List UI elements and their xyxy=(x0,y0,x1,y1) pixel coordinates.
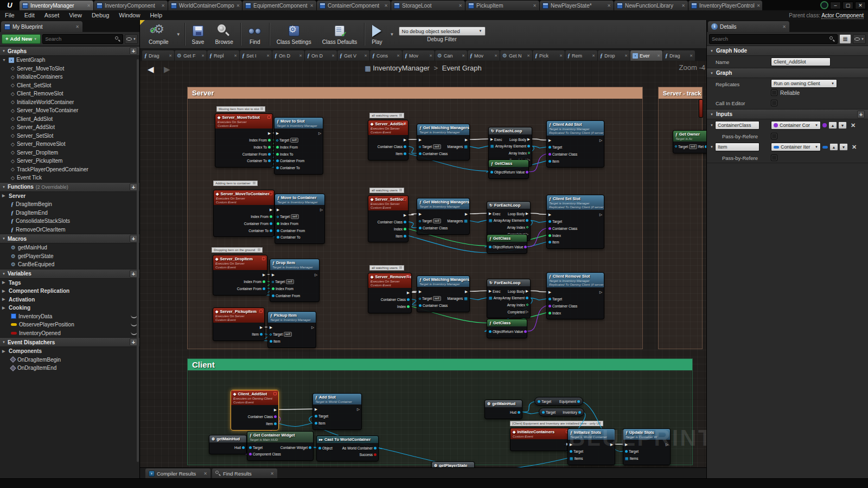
pin-icon[interactable] xyxy=(490,171,493,174)
graph-tab-repl[interactable]: ƒRepl✕ xyxy=(207,50,239,61)
input-name-field[interactable]: Item xyxy=(715,143,760,151)
list-item-getplayerstate[interactable]: ⚙getPlayerState xyxy=(0,252,139,261)
pin-icon[interactable]: ▦ xyxy=(625,457,629,460)
pin-icon[interactable] xyxy=(419,227,422,229)
close-icon[interactable]: ✕ xyxy=(270,471,274,476)
graph-tab-rem[interactable]: ƒRem✕ xyxy=(565,50,597,61)
close-icon[interactable]: ✕ xyxy=(462,54,465,58)
pin-icon[interactable]: ▶ xyxy=(315,408,317,411)
remove-input-button[interactable]: ✕ xyxy=(849,122,857,129)
pin-icon[interactable]: ▶ xyxy=(276,132,279,135)
node-header[interactable]: ◆Server_DropItemExecutes On ServerCustom… xyxy=(213,255,267,270)
breadcrumb-asset[interactable]: InventoryManager xyxy=(373,64,430,72)
pin-icon[interactable]: ▶ xyxy=(404,214,406,217)
graph-node-pickup-item[interactable]: ƒPickup ItemTarget is Inventory Manager▶… xyxy=(267,311,316,348)
pin-icon[interactable] xyxy=(249,453,252,455)
graph-node-getplayerstate[interactable]: ⚙getPlayerState xyxy=(431,461,475,467)
pin-icon[interactable]: ▶ xyxy=(526,212,528,215)
pin-icon[interactable] xyxy=(548,220,551,223)
menu-item-debug[interactable]: Debug xyxy=(87,10,114,20)
pin-icon[interactable] xyxy=(277,216,279,218)
pass-by-reference-checkbox[interactable] xyxy=(771,155,777,161)
node-header[interactable]: ◆Server_MoveToSlotExecutes On ServerCust… xyxy=(215,114,272,129)
pin-icon[interactable]: ▶ xyxy=(489,290,492,293)
bottom-tab-compiler-results[interactable]: ›Compiler Results✕ xyxy=(145,468,210,478)
comment-header[interactable]: Server - track pla xyxy=(659,87,702,99)
list-item-eventgraph[interactable]: ▼EventGraph xyxy=(0,56,139,65)
pin-icon[interactable] xyxy=(315,415,317,418)
graph-node-move-to-container[interactable]: ƒMove to ContainerTarget is Inventory Ma… xyxy=(275,194,325,244)
node-header[interactable]: ƒInitialize SlotsTarget is World Contain… xyxy=(568,429,615,440)
pin-icon[interactable]: ▶ xyxy=(270,208,272,211)
graph-tab-ever[interactable]: Ever✕ xyxy=(630,50,662,61)
expander-closed-icon[interactable]: ▶ xyxy=(2,194,7,198)
close-icon[interactable]: ✕ xyxy=(266,54,270,58)
node-header[interactable]: ƒGetClass xyxy=(489,160,528,167)
list-item-serveraddslot[interactable]: ◇Server_AddSlot xyxy=(0,123,139,132)
pin-icon[interactable] xyxy=(277,222,279,225)
comment-header[interactable]: Client xyxy=(188,359,692,370)
graph-node-drop-item[interactable]: ƒDrop ItemTarget is Inventory Manager▶▷T… xyxy=(270,259,320,302)
pin-icon[interactable] xyxy=(404,152,406,155)
add-button[interactable]: + xyxy=(130,338,137,346)
pin-icon[interactable] xyxy=(277,236,279,239)
pin-icon[interactable] xyxy=(526,171,528,174)
node-header[interactable]: ƒMove to SlotTarget is Inventory Manager xyxy=(275,118,323,129)
pin-icon[interactable] xyxy=(548,234,551,237)
pin-icon[interactable] xyxy=(577,400,580,403)
graph-node-client-set-slot[interactable]: ƒClient Set SlotTarget is Inventory Mana… xyxy=(546,195,604,249)
visibility-filter-button[interactable]: ▼ xyxy=(125,34,138,44)
debug-object-dropdown[interactable]: No debug object selected▼ xyxy=(399,27,486,36)
pin-icon[interactable] xyxy=(538,400,540,403)
graph-node-get-watching-managers[interactable]: ƒGet Watching ManagersTarget is Inventor… xyxy=(417,124,470,160)
pin-icon[interactable]: ▷ xyxy=(526,310,528,313)
pin-icon[interactable]: ▷ xyxy=(599,213,602,216)
pin-icon[interactable]: ▷ xyxy=(666,443,668,446)
list-item-clientremoveslot[interactable]: ◇Client_RemoveSlot xyxy=(0,89,139,98)
graph-tab-seti[interactable]: ƒSet I✕ xyxy=(240,50,272,61)
node-header[interactable]: ◆Server_SetSlotExecutes On ServerCustom … xyxy=(368,196,408,210)
pin-icon[interactable] xyxy=(524,246,527,248)
node-header[interactable]: ⚙getMainHud xyxy=(209,435,246,442)
pin-icon[interactable]: ▦ xyxy=(490,144,494,148)
pin-icon[interactable] xyxy=(276,166,279,169)
pin-icon[interactable]: ▶ xyxy=(407,291,410,294)
graph-node-foreachloop[interactable]: ↻ForEachLoop▶ExecLoop Body▶▦ArrayArray E… xyxy=(487,279,531,318)
node-header[interactable]: ◆Server_RemoveSlotExecutes On ServerCust… xyxy=(368,273,411,288)
expander-closed-icon[interactable]: ▶ xyxy=(2,289,7,293)
close-icon[interactable]: ✕ xyxy=(624,54,628,58)
node-header[interactable]: ƒGet Watching ManagersTarget is Inventor… xyxy=(417,276,469,287)
pin-icon[interactable] xyxy=(548,227,551,230)
graph-node-server-dropitem[interactable]: ◆Server_DropItemExecutes On ServerCustom… xyxy=(213,255,267,296)
node-header[interactable]: ↻ForEachLoop xyxy=(487,202,530,209)
list-item-serverremoveslot[interactable]: ◇Server_RemoveSlot xyxy=(0,140,139,149)
pin-icon[interactable] xyxy=(419,220,421,222)
close-icon[interactable]: ✕ xyxy=(757,3,761,8)
graph-node-initializecontainers[interactable]: ◆InitializeContainersCustom Event▶ xyxy=(510,428,571,451)
asset-tab-storageloot[interactable]: StorageLoot✕ xyxy=(391,1,465,10)
pin-icon[interactable]: ▷ xyxy=(311,326,314,329)
toolbar-button-play[interactable]: Play xyxy=(366,21,387,48)
toolbar-button-class-defaults[interactable]: ✓Class Defaults xyxy=(317,21,362,48)
graph-node-server-setslot[interactable]: ◆Server_SetSlotExecutes On ServerCustom … xyxy=(368,195,409,242)
pin-icon[interactable] xyxy=(272,281,274,283)
pin-icon[interactable] xyxy=(548,241,551,243)
pin-icon[interactable]: ▶ xyxy=(268,132,271,135)
pin-icon[interactable] xyxy=(270,340,272,343)
pin-icon[interactable]: ▷ xyxy=(599,291,602,294)
pin-icon[interactable] xyxy=(277,229,279,232)
graph-tab-drag[interactable]: ƒDrag✕ xyxy=(663,50,695,61)
pin-icon[interactable] xyxy=(315,422,317,425)
toolbar-button-find[interactable]: Find xyxy=(242,21,267,48)
close-icon[interactable]: ✕ xyxy=(169,54,172,58)
blueprint-search-input[interactable] xyxy=(45,36,115,42)
pin-icon[interactable]: ▶ xyxy=(548,291,551,294)
close-icon[interactable]: ✕ xyxy=(161,3,165,8)
graph-node-server-movetoslot[interactable]: ◆Server_MoveToSlotExecutes On ServerCust… xyxy=(215,113,273,168)
node-header[interactable]: ƒGet Watching ManagersTarget is Inventor… xyxy=(417,198,469,209)
pin-icon[interactable]: ▶ xyxy=(548,139,551,142)
comment-note[interactable]: all watching users xyxy=(369,113,404,118)
pin-icon[interactable] xyxy=(276,153,279,156)
close-icon[interactable]: ✕ xyxy=(559,54,563,58)
asset-tab-containercomponent[interactable]: ContainerComponent✕ xyxy=(317,1,391,10)
